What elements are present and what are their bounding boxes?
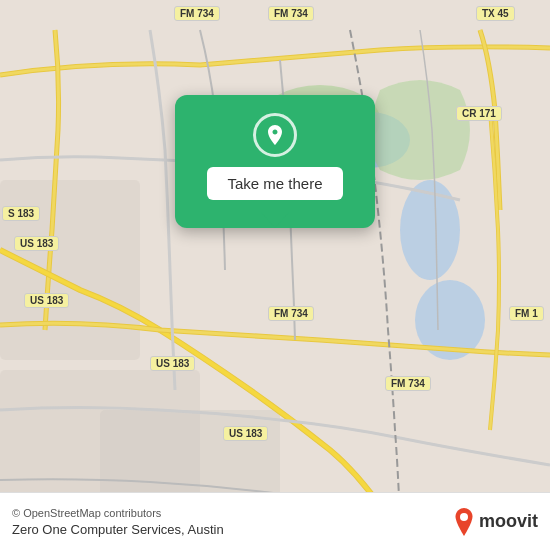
location-pin-icon	[263, 123, 287, 147]
moovit-pin-icon	[453, 508, 475, 536]
road-label-fm1: FM 1	[509, 306, 544, 321]
road-label-cr171: CR 171	[456, 106, 502, 121]
svg-point-8	[460, 513, 468, 521]
bottom-bar: © OpenStreetMap contributors Zero One Co…	[0, 492, 550, 550]
map-container: FM 734 FM 734 FM 734 FM 1 US 183 US 183 …	[0, 0, 550, 550]
road-label-fm734-bot: FM 734	[385, 376, 431, 391]
moovit-logo: moovit	[453, 508, 538, 536]
location-icon-circle	[253, 113, 297, 157]
road-label-fm734-top: FM 734	[268, 6, 314, 21]
road-label-tx45: TX 45	[476, 6, 515, 21]
road-label-us183-left: US 183	[14, 236, 59, 251]
road-label-fm734-mid: FM 734	[268, 306, 314, 321]
moovit-text: moovit	[479, 511, 538, 532]
map-svg	[0, 0, 550, 550]
road-label-us183-bot2: US 183	[223, 426, 268, 441]
road-label-us183-left2: US 183	[24, 293, 69, 308]
svg-point-3	[400, 180, 460, 280]
osm-attribution: © OpenStreetMap contributors	[12, 507, 224, 519]
road-label-fm734-2: FM 734	[174, 6, 220, 21]
road-label-us183-bot: US 183	[150, 356, 195, 371]
location-popup: Take me there	[175, 95, 375, 228]
road-label-s183: S 183	[2, 206, 40, 221]
take-me-there-button[interactable]: Take me there	[207, 167, 342, 200]
business-name: Zero One Computer Services, Austin	[12, 522, 224, 537]
